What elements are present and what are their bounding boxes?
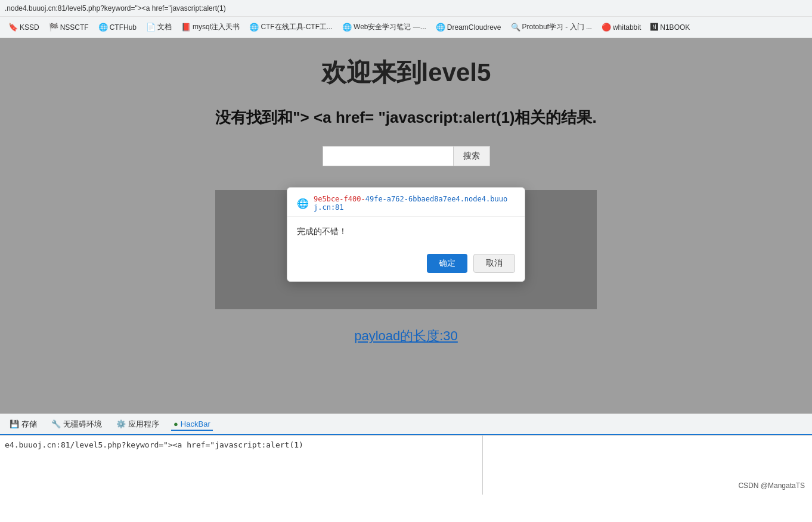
dialog-footer: 确定 取消: [287, 249, 525, 281]
bookmark-icon-protobuf: 🔍: [511, 23, 520, 32]
globe-icon: 🌐: [297, 198, 309, 209]
bookmark-dreamcloud[interactable]: 🌐 DreamCloudreve: [432, 21, 505, 33]
bookmark-docs[interactable]: 📄 文档: [142, 20, 175, 34]
address-text: .node4.buuoj.cn:81/level5.php?keyword=">…: [5, 4, 226, 13]
bookmark-label-websec: Web安全学习笔记 —...: [354, 22, 426, 32]
credit-text: CSDN @MangataTS: [738, 481, 805, 490]
bookmark-icon-docs: 📄: [146, 23, 156, 32]
bookmark-nssctf[interactable]: 🏁 NSSCTF: [45, 21, 92, 33]
bookmark-icon-mysql: 📕: [181, 23, 191, 32]
bookmark-mysql[interactable]: 📕 mysql注入天书: [178, 20, 243, 34]
bottom-toolbar: 💾 存储 🔧 无疆碍环境 ⚙️ 应用程序 ● HackBar: [0, 414, 812, 435]
toolbar-sandbox-label: 无疆碍环境: [63, 419, 102, 430]
toolbar-hackbar[interactable]: ● HackBar: [171, 418, 213, 431]
dialog-overlay: 🌐 9e5bce-f400-49fe-a762-6bbaed8a7ee4.nod…: [0, 38, 812, 414]
bookmark-label-mysql: mysql注入天书: [193, 22, 240, 32]
bookmark-label-kssd: KSSD: [20, 23, 39, 32]
address-bar: .node4.buuoj.cn:81/level5.php?keyword=">…: [0, 0, 812, 17]
bookmark-label-nssctf: NSSCTF: [60, 23, 89, 32]
bookmarks-bar: 🔖 KSSD 🏁 NSSCTF 🌐 CTFHub 📄 文档 📕 mysql注入天…: [0, 17, 812, 38]
bookmark-icon-ctfonline: 🌐: [249, 23, 259, 32]
bookmark-whitabbit[interactable]: 🔴 whitabbit: [598, 21, 644, 33]
hackbar-icon: ●: [173, 420, 178, 428]
hackbar-area: e4.buuoj.cn:81/level5.php?keyword="><a h…: [0, 435, 812, 495]
toolbar-apps[interactable]: ⚙️ 应用程序: [114, 418, 162, 431]
bookmark-label-dreamcloud: DreamCloudreve: [447, 23, 501, 32]
dialog-header: 🌐 9e5bce-f400-49fe-a762-6bbaed8a7ee4.nod…: [287, 188, 525, 217]
apps-icon: ⚙️: [116, 420, 126, 428]
bookmark-icon-nssctf: 🏁: [49, 23, 58, 32]
bookmark-n1book[interactable]: 🅽 N1BOOK: [647, 21, 693, 33]
hackbar-right: CSDN @MangataTS: [483, 436, 812, 495]
bookmark-icon-websec: 🌐: [342, 23, 352, 32]
bookmark-icon-ctfhub: 🌐: [98, 23, 108, 32]
bookmark-icon-whitabbit: 🔴: [602, 23, 611, 32]
bookmark-icon-n1book: 🅽: [650, 23, 658, 32]
bookmark-ctfonline[interactable]: 🌐 CTF在线工具-CTF工...: [246, 20, 336, 34]
bookmark-protobuf[interactable]: 🔍 Protobuf学习 - 入门 ...: [507, 20, 596, 34]
dialog-cancel-button[interactable]: 取消: [473, 254, 515, 273]
bookmark-icon-kssd: 🔖: [8, 23, 18, 32]
dialog-message: 完成的不错！: [297, 226, 347, 236]
toolbar-sandbox[interactable]: 🔧 无疆碍环境: [49, 418, 104, 431]
toolbar-save-label: 存储: [21, 419, 37, 430]
save-icon: 💾: [10, 420, 19, 428]
bookmark-label-protobuf: Protobuf学习 - 入门 ...: [522, 22, 592, 32]
dialog-confirm-button[interactable]: 确定: [427, 254, 467, 273]
sandbox-icon: 🔧: [51, 420, 61, 428]
dialog-url-part1: 9e5bce-f400-: [314, 195, 365, 203]
dialog-body: 完成的不错！: [287, 217, 525, 249]
bookmark-ctfhub[interactable]: 🌐 CTFHub: [95, 21, 140, 33]
bookmark-label-docs: 文档: [157, 22, 172, 32]
page-content: 欢迎来到level5 没有找到和"> <a href= "javascript:…: [0, 38, 812, 414]
toolbar-save[interactable]: 💾 存储: [7, 418, 39, 431]
alert-dialog: 🌐 9e5bce-f400-49fe-a762-6bbaed8a7ee4.nod…: [287, 187, 525, 282]
toolbar-hackbar-label: HackBar: [181, 420, 210, 428]
bookmark-kssd[interactable]: 🔖 KSSD: [5, 21, 43, 33]
hackbar-input[interactable]: e4.buuoj.cn:81/level5.php?keyword="><a h…: [0, 436, 483, 495]
toolbar-apps-label: 应用程序: [128, 419, 159, 430]
dialog-url: 9e5bce-f400-49fe-a762-6bbaed8a7ee4.node4…: [314, 195, 515, 212]
bookmark-label-ctfhub: CTFHub: [110, 23, 137, 32]
bookmark-label-n1book: N1BOOK: [660, 23, 690, 32]
bookmark-label-whitabbit: whitabbit: [613, 23, 641, 32]
bookmark-icon-dreamcloud: 🌐: [436, 23, 445, 32]
bookmark-label-ctfonline: CTF在线工具-CTF工...: [261, 22, 333, 32]
bookmark-websec[interactable]: 🌐 Web安全学习笔记 —...: [339, 20, 430, 34]
